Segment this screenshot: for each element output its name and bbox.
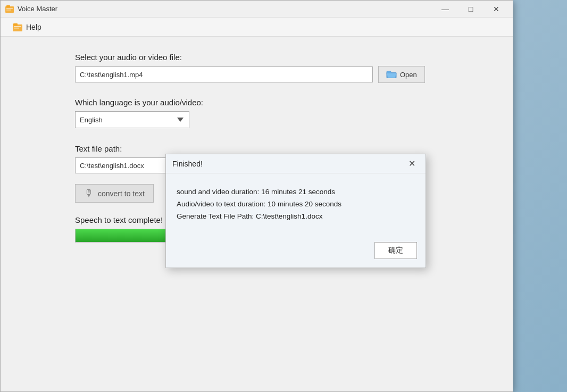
window-controls: — □ ✕: [433, 1, 508, 18]
dialog-body: sound and video duration: 16 minutes 21 …: [166, 173, 426, 242]
svg-rect-7: [14, 28, 19, 29]
lang-label: Which language is your audio/video:: [75, 98, 438, 107]
close-button[interactable]: ✕: [484, 1, 508, 18]
folder-icon: [386, 70, 397, 79]
svg-rect-3: [6, 10, 11, 11]
help-menu-item[interactable]: Help: [7, 20, 47, 35]
dialog-text: sound and video duration: 16 minutes 21 …: [177, 186, 415, 223]
ok-button[interactable]: 确定: [374, 242, 417, 259]
dialog-title-bar: Finished! ✕: [166, 154, 426, 173]
help-icon: [12, 22, 23, 32]
language-section: Which language is your audio/video: Engl…: [75, 98, 438, 128]
finished-dialog: Finished! ✕ sound and video duration: 16…: [165, 154, 426, 268]
mic-icon: 🎙: [84, 188, 94, 199]
app-title: Voice Master: [18, 5, 57, 13]
main-content: Select your audio or video file: Open Wh…: [1, 37, 513, 391]
file-row: Open: [75, 66, 438, 83]
open-button[interactable]: Open: [378, 66, 425, 83]
convert-button[interactable]: 🎙 convert to text: [75, 184, 154, 203]
open-button-label: Open: [400, 71, 417, 79]
dialog-line3: Generate Text File Path: C:\test\english…: [177, 211, 415, 223]
svg-rect-5: [13, 23, 18, 26]
help-label: Help: [26, 23, 41, 31]
dialog-line2: Audio/video to text duration: 10 minutes…: [177, 198, 415, 211]
dialog-close-button[interactable]: ✕: [404, 156, 419, 171]
file-label: Select your audio or video file:: [75, 53, 438, 62]
dialog-footer: 确定: [166, 242, 426, 268]
menu-bar: Help: [1, 18, 513, 37]
title-bar: Voice Master — □ ✕: [1, 1, 513, 18]
text-path-label: Text file path:: [75, 144, 438, 153]
language-select[interactable]: English Chinese Spanish French German Ja…: [75, 111, 189, 128]
dialog-title: Finished!: [172, 160, 203, 168]
maximize-button[interactable]: □: [458, 1, 483, 18]
file-input[interactable]: [75, 66, 373, 82]
svg-rect-1: [6, 5, 10, 7]
file-section: Select your audio or video file: Open: [75, 53, 438, 83]
title-bar-left: Voice Master: [5, 4, 57, 14]
minimize-button[interactable]: —: [433, 1, 457, 18]
svg-rect-2: [6, 8, 13, 9]
dialog-overlay: Finished! ✕ sound and video duration: 16…: [1, 37, 513, 391]
convert-button-label: convert to text: [98, 189, 145, 198]
main-window: Voice Master — □ ✕ Help Select your audi…: [0, 0, 513, 392]
svg-rect-6: [14, 26, 21, 27]
app-icon: [5, 4, 14, 14]
dialog-line1: sound and video duration: 16 minutes 21 …: [177, 186, 415, 198]
